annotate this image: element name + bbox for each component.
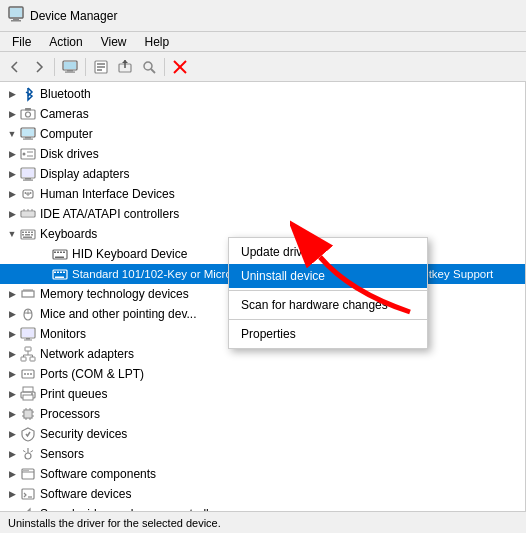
bluetooth-label: Bluetooth <box>40 87 91 101</box>
svg-rect-56 <box>63 252 65 254</box>
sensors-label: Sensors <box>40 447 84 461</box>
mice-label: Mice and other pointing dev... <box>40 307 197 321</box>
update-driver-icon-btn[interactable] <box>114 56 136 78</box>
tree-item-display-adapters[interactable]: ▶ Display adapters <box>0 164 525 184</box>
svg-rect-89 <box>23 395 33 400</box>
expander-monitors: ▶ <box>4 326 20 342</box>
context-update-driver[interactable]: Update driver <box>229 240 427 264</box>
properties-icon-btn[interactable] <box>90 56 112 78</box>
keyboards-label: Keyboards <box>40 227 97 241</box>
tree-item-computer[interactable]: ▼ Computer <box>0 124 525 144</box>
scan-hardware-icon-btn[interactable] <box>138 56 160 78</box>
expander-sensors: ▶ <box>4 446 20 462</box>
toolbar-sep-2 <box>85 58 86 76</box>
hid-label: Human Interface Devices <box>40 187 175 201</box>
expander-sw-comp: ▶ <box>4 466 20 482</box>
svg-rect-44 <box>22 232 24 234</box>
tree-item-print[interactable]: ▶ Print queues <box>0 384 525 404</box>
camera-icon <box>20 106 36 122</box>
sw-dev-label: Software devices <box>40 487 131 501</box>
expander-network: ▶ <box>4 346 20 362</box>
tree-item-bluetooth[interactable]: ▶ Bluetooth <box>0 84 525 104</box>
svg-rect-20 <box>25 108 31 111</box>
context-scan-hardware[interactable]: Scan for hardware changes <box>229 293 427 317</box>
sw-comp-icon <box>20 466 36 482</box>
expander-print: ▶ <box>4 386 20 402</box>
svg-point-101 <box>25 453 31 459</box>
svg-rect-24 <box>23 139 33 140</box>
svg-rect-39 <box>22 212 34 216</box>
tree-item-hid[interactable]: ▶ Human Interface Devices <box>0 184 525 204</box>
back-button[interactable] <box>4 56 26 78</box>
toolbar-sep-1 <box>54 58 55 76</box>
monitors-icon <box>20 326 36 342</box>
svg-point-109 <box>27 470 28 471</box>
expander-memory: ▶ <box>4 286 20 302</box>
expander-bluetooth: ▶ <box>4 86 20 102</box>
svg-rect-46 <box>28 232 30 234</box>
svg-rect-2 <box>13 18 19 20</box>
svg-rect-48 <box>22 234 24 236</box>
expander-display: ▶ <box>4 166 20 182</box>
title-bar-icon <box>8 6 24 25</box>
svg-rect-60 <box>57 272 59 274</box>
cameras-label: Cameras <box>40 107 89 121</box>
svg-point-19 <box>26 112 31 117</box>
title-bar-text: Device Manager <box>30 9 117 23</box>
svg-point-108 <box>25 470 26 471</box>
tree-item-sensors[interactable]: ▶ Sensors <box>0 444 525 464</box>
svg-rect-31 <box>25 178 31 180</box>
context-sep-1 <box>229 290 427 291</box>
svg-point-14 <box>144 62 152 70</box>
svg-rect-64 <box>22 291 34 297</box>
disk-icon <box>20 146 36 162</box>
security-icon <box>20 426 36 442</box>
svg-line-104 <box>31 451 34 453</box>
tree-item-ports[interactable]: ▶ Ports (COM & LPT) <box>0 364 525 384</box>
tree-item-ide[interactable]: ▶ IDE ATA/ATAPI controllers <box>0 204 525 224</box>
context-uninstall-device[interactable]: Uninstall device <box>229 264 427 288</box>
sensor-icon <box>20 446 36 462</box>
computer-label: Computer <box>40 127 93 141</box>
tree-item-processors[interactable]: ▶ Processors <box>0 404 525 424</box>
hid-icon <box>20 186 36 202</box>
title-bar: Device Manager <box>0 0 526 32</box>
expander-mice: ▶ <box>4 306 20 322</box>
expander-hid: ▶ <box>4 186 20 202</box>
expander-processors: ▶ <box>4 406 20 422</box>
tree-item-cameras[interactable]: ▶ Cameras <box>0 104 525 124</box>
sound-label: Sound, video and game controllers <box>40 507 225 511</box>
delete-icon-btn[interactable] <box>169 56 191 78</box>
context-sep-2 <box>229 319 427 320</box>
computer-icon-btn[interactable] <box>59 56 81 78</box>
forward-button[interactable] <box>28 56 50 78</box>
tree-item-software-devices[interactable]: ▶ Software devices <box>0 484 525 504</box>
security-label: Security devices <box>40 427 127 441</box>
svg-point-84 <box>24 373 26 375</box>
menu-help[interactable]: Help <box>137 33 178 51</box>
svg-point-85 <box>27 373 29 375</box>
svg-rect-59 <box>54 272 56 274</box>
tree-item-disk-drives[interactable]: ▶ Disk drives <box>0 144 525 164</box>
context-properties[interactable]: Properties <box>229 322 427 346</box>
computer-icon <box>20 126 36 142</box>
svg-rect-78 <box>30 357 35 361</box>
svg-rect-75 <box>24 340 32 341</box>
svg-rect-74 <box>26 338 30 340</box>
menu-bar: File Action View Help <box>0 32 526 52</box>
toolbar <box>0 52 526 82</box>
svg-rect-47 <box>31 232 33 234</box>
tree-item-software-components[interactable]: ▶ Software components <box>0 464 525 484</box>
status-text: Uninstalls the driver for the selected d… <box>8 517 221 529</box>
tree-item-security[interactable]: ▶ Security devices <box>0 424 525 444</box>
menu-file[interactable]: File <box>4 33 39 51</box>
processors-label: Processors <box>40 407 100 421</box>
printer-icon <box>20 386 36 402</box>
print-label: Print queues <box>40 387 107 401</box>
menu-view[interactable]: View <box>93 33 135 51</box>
hid-keyboard-label: HID Keyboard Device <box>72 247 187 261</box>
tree-item-sound[interactable]: ▶ Sound, video and game controllers <box>0 504 525 511</box>
menu-action[interactable]: Action <box>41 33 90 51</box>
svg-rect-22 <box>22 129 34 136</box>
network-icon <box>20 346 36 362</box>
